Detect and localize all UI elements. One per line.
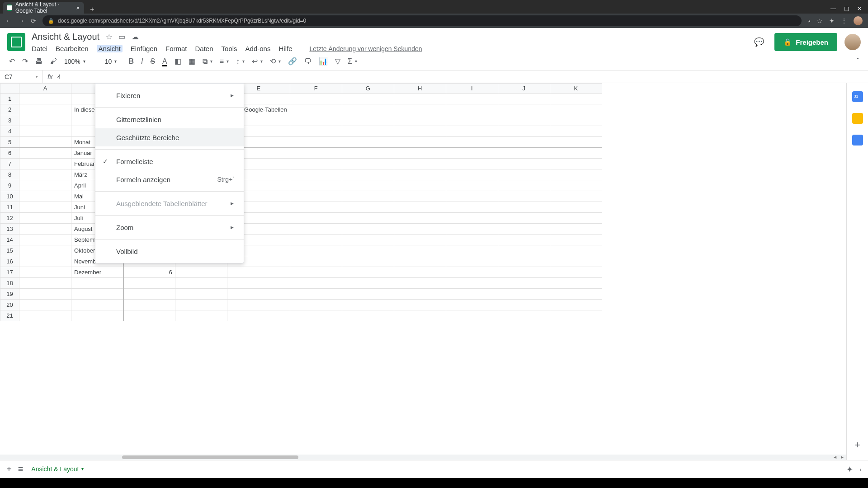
cell[interactable] — [394, 191, 446, 202]
all-sheets-icon[interactable]: ≡ — [18, 464, 24, 474]
cell[interactable] — [394, 104, 446, 115]
cell[interactable] — [175, 267, 227, 278]
cell[interactable] — [342, 148, 394, 159]
last-edit-link[interactable]: Letzte Änderung vor wenigen Sekunden — [309, 45, 422, 52]
row-header[interactable]: 8 — [0, 169, 19, 180]
cell[interactable] — [19, 115, 71, 126]
menu-bearbeiten[interactable]: Bearbeiten — [56, 45, 89, 52]
back-icon[interactable]: ← — [5, 17, 12, 24]
cell[interactable] — [19, 235, 71, 245]
cell[interactable] — [394, 310, 446, 321]
cell[interactable] — [446, 180, 498, 191]
cell[interactable] — [394, 202, 446, 213]
menu-datei[interactable]: Datei — [32, 45, 47, 52]
text-color-icon[interactable]: A — [162, 57, 167, 66]
cell[interactable] — [446, 137, 498, 148]
cell[interactable] — [290, 267, 342, 278]
cell[interactable] — [290, 278, 342, 289]
row-header[interactable]: 1 — [0, 94, 19, 104]
cell[interactable] — [19, 169, 71, 180]
cell[interactable] — [290, 310, 342, 321]
maximize-icon[interactable]: ▢ — [844, 5, 849, 12]
cell[interactable] — [342, 267, 394, 278]
cell[interactable] — [446, 256, 498, 267]
cell[interactable] — [550, 202, 602, 213]
menu-einfuegen[interactable]: Einfügen — [131, 45, 157, 52]
cell[interactable] — [394, 137, 446, 148]
minimize-icon[interactable]: — — [830, 5, 836, 12]
cell[interactable] — [290, 137, 342, 148]
cell[interactable]: 6 — [123, 267, 175, 278]
cell[interactable] — [394, 148, 446, 159]
cell[interactable] — [394, 300, 446, 310]
cell[interactable] — [498, 289, 550, 300]
col-header[interactable]: A — [19, 84, 71, 94]
cell[interactable] — [342, 191, 394, 202]
cell[interactable] — [123, 289, 175, 300]
cell[interactable] — [446, 148, 498, 159]
cell[interactable] — [498, 310, 550, 321]
row-header[interactable]: 12 — [0, 213, 19, 224]
cell[interactable] — [19, 148, 71, 159]
expand-side-icon[interactable]: › — [859, 466, 862, 473]
row-header[interactable]: 17 — [0, 267, 19, 278]
col-header[interactable]: J — [498, 84, 550, 94]
cell[interactable] — [446, 267, 498, 278]
row-header[interactable]: 9 — [0, 180, 19, 191]
cell[interactable] — [123, 310, 175, 321]
cell[interactable] — [498, 278, 550, 289]
cell[interactable] — [394, 180, 446, 191]
cell[interactable] — [290, 94, 342, 104]
keep-icon[interactable] — [852, 113, 863, 124]
row-header[interactable]: 19 — [0, 289, 19, 300]
cell[interactable] — [123, 278, 175, 289]
cell[interactable] — [342, 256, 394, 267]
cell[interactable] — [19, 256, 71, 267]
cell[interactable] — [498, 256, 550, 267]
cell[interactable] — [19, 278, 71, 289]
cell[interactable] — [550, 278, 602, 289]
cell[interactable] — [498, 202, 550, 213]
select-all-corner[interactable] — [0, 84, 19, 94]
cell[interactable] — [71, 278, 123, 289]
cell[interactable] — [550, 289, 602, 300]
sheet-tab[interactable]: Ansicht & Layout ▾ — [29, 463, 85, 476]
row-header[interactable]: 10 — [0, 191, 19, 202]
tasks-icon[interactable] — [852, 135, 863, 145]
cell[interactable] — [394, 245, 446, 256]
cell[interactable] — [19, 126, 71, 137]
cell[interactable] — [342, 245, 394, 256]
cell[interactable] — [175, 278, 227, 289]
cell[interactable] — [394, 235, 446, 245]
font-size-select[interactable]: 10▾ — [100, 58, 122, 65]
menu-hilfe[interactable]: Hilfe — [278, 45, 292, 52]
cell[interactable] — [550, 256, 602, 267]
cell[interactable] — [394, 115, 446, 126]
menu-item[interactable]: Zoom► — [95, 218, 244, 236]
cell[interactable] — [394, 169, 446, 180]
cell[interactable] — [498, 224, 550, 235]
cell[interactable] — [550, 94, 602, 104]
cell[interactable] — [19, 137, 71, 148]
halign-icon[interactable]: ≡▾ — [220, 57, 229, 66]
cell[interactable] — [446, 213, 498, 224]
cell[interactable] — [550, 245, 602, 256]
sheets-logo-icon[interactable] — [7, 33, 25, 51]
spreadsheet-grid[interactable]: A B C D E F G H I J K 12In diesererer Go… — [0, 83, 846, 460]
borders-icon[interactable]: ▦ — [189, 57, 195, 66]
zoom-select[interactable]: 100%▾ — [64, 58, 85, 65]
cell[interactable] — [550, 126, 602, 137]
cell[interactable] — [227, 267, 290, 278]
cell[interactable] — [498, 267, 550, 278]
menu-item[interactable]: ✓Formelleiste — [95, 152, 244, 170]
menu-item[interactable]: Fixieren► — [95, 86, 244, 104]
cloud-status-icon[interactable]: ☁ — [132, 33, 139, 41]
cell[interactable] — [19, 310, 71, 321]
cell[interactable] — [19, 224, 71, 235]
cell[interactable] — [290, 213, 342, 224]
close-window-icon[interactable]: ✕ — [857, 5, 862, 12]
collapse-toolbar-icon[interactable]: ˆ — [857, 57, 859, 66]
menu-daten[interactable]: Daten — [195, 45, 213, 52]
bookmark-icon[interactable]: ☆ — [817, 17, 823, 24]
browser-profile-avatar[interactable] — [854, 16, 863, 25]
